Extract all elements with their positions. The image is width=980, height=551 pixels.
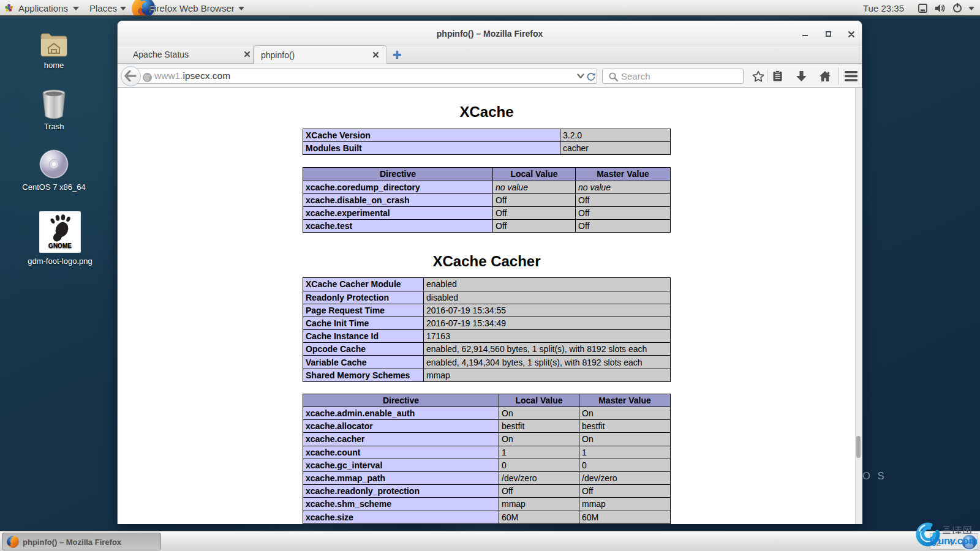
svg-text:GNOME: GNOME [48, 242, 72, 249]
